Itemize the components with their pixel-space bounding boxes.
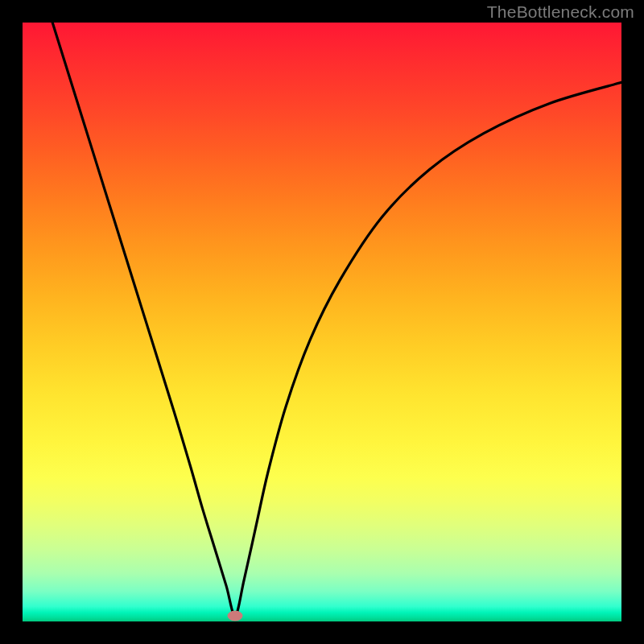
bottleneck-curve xyxy=(23,23,621,621)
plot-area xyxy=(23,23,621,621)
chart-frame: TheBottleneck.com xyxy=(0,0,644,644)
optimal-point-marker xyxy=(228,610,243,621)
watermark-text: TheBottleneck.com xyxy=(487,2,634,22)
